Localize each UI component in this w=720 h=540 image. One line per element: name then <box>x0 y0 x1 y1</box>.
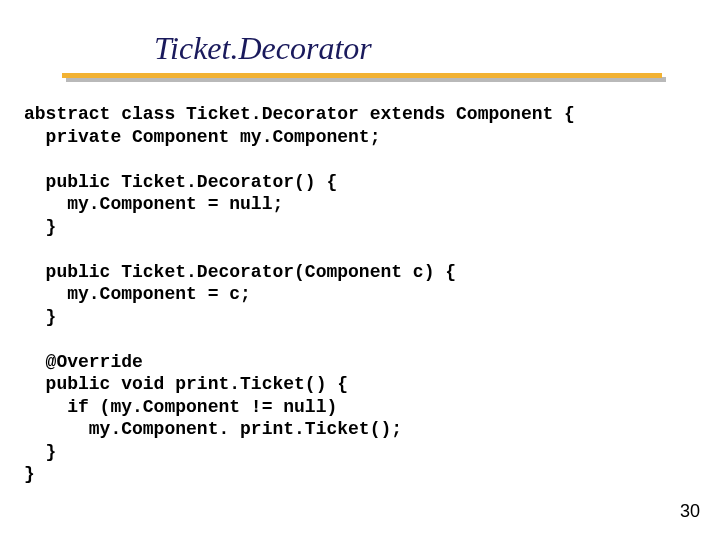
underline-bar <box>62 73 662 78</box>
code-block: abstract class Ticket.Decorator extends … <box>24 103 696 486</box>
slide-title: Ticket.Decorator <box>154 30 696 67</box>
slide: Ticket.Decorator abstract class Ticket.D… <box>0 0 720 540</box>
page-number: 30 <box>680 501 700 522</box>
title-underline <box>24 73 696 89</box>
